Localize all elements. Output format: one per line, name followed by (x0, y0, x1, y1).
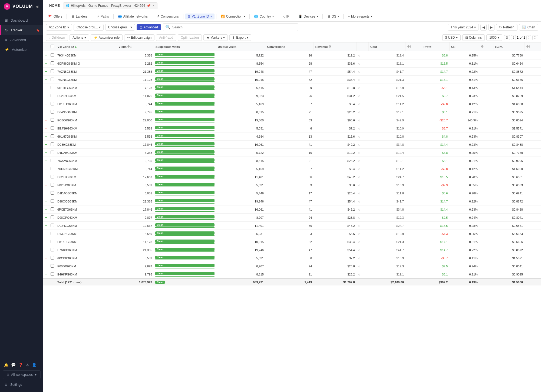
sidebar-item-dashboard[interactable]: ⊞ Dashboard (0, 15, 43, 25)
row-expand-cell[interactable]: + (43, 238, 49, 246)
row-expand-cell[interactable]: + (43, 214, 49, 222)
row-checkbox-cell[interactable] (49, 181, 56, 189)
search-input[interactable] (172, 25, 296, 29)
groupby2-select[interactable]: Choose grou... ▾ (74, 24, 104, 31)
date-prev-button[interactable]: ◀ (480, 24, 487, 31)
row-expand-cell[interactable]: + (43, 92, 49, 100)
sidebar-item-automizer[interactable]: ⚡ Automizer (0, 45, 43, 54)
col-header-ecpa[interactable]: eCPA (493, 42, 524, 51)
date-next-button[interactable]: ▶ (488, 24, 494, 31)
row-checkbox-cell[interactable] (49, 238, 56, 246)
edit-campaign-button[interactable]: ✏ Edit campaign (124, 34, 154, 41)
workspace-button[interactable]: ⊞ All workspaces ▾ (3, 370, 41, 379)
col-header-suspicious[interactable]: Suspicious visits (154, 42, 216, 51)
row-checkbox-cell[interactable] (49, 149, 56, 157)
row-checkbox[interactable] (51, 86, 54, 89)
anti-fraud-button[interactable]: Anti-fraud (156, 34, 176, 41)
markers-button[interactable]: ★ Markers ▾ (203, 34, 228, 41)
row-expand-cell[interactable]: + (43, 68, 49, 76)
page-first-button[interactable]: ⟨⟨ (504, 35, 510, 40)
sidebar-collapse-button[interactable]: ◀ (34, 4, 39, 9)
row-checkbox-cell[interactable] (49, 84, 56, 92)
row-expand-cell[interactable]: + (43, 262, 49, 270)
row-expand-cell[interactable]: - (43, 84, 49, 92)
groupby1-select[interactable]: V1: Zone ID ▾ (46, 24, 72, 31)
col-header-revenue[interactable]: Revenue ⚙ (314, 42, 357, 51)
row-checkbox[interactable] (51, 53, 54, 57)
row-checkbox[interactable] (51, 134, 54, 138)
row-checkbox[interactable] (51, 110, 54, 114)
row-checkbox[interactable] (51, 224, 54, 227)
row-expand-cell[interactable]: + (43, 270, 49, 279)
row-checkbox[interactable] (51, 191, 54, 195)
nav-paths[interactable]: ↗ Paths (94, 14, 112, 19)
row-checkbox-cell[interactable] (49, 222, 56, 230)
row-checkbox[interactable] (51, 69, 54, 73)
row-expand-cell[interactable]: + (43, 141, 49, 149)
rows-select[interactable]: 1000 ▾ (486, 34, 502, 41)
home-button[interactable]: HOME (47, 2, 62, 9)
row-checkbox[interactable] (51, 240, 54, 243)
row-checkbox-cell[interactable] (49, 246, 56, 254)
row-checkbox[interactable] (51, 61, 54, 65)
row-checkbox[interactable] (51, 215, 54, 219)
row-checkbox-cell[interactable] (49, 262, 56, 270)
usd-button[interactable]: $ USD ▾ (442, 34, 461, 41)
actions-button[interactable]: Actions ▾ (70, 34, 89, 41)
page-prev-button[interactable]: ⟨ (511, 35, 516, 40)
row-expand-cell[interactable]: + (43, 59, 49, 68)
row-checkbox[interactable] (51, 78, 54, 81)
row-checkbox-cell[interactable] (49, 116, 56, 124)
row-expand-cell[interactable]: - (43, 116, 49, 124)
row-checkbox[interactable] (51, 232, 54, 235)
row-expand-cell[interactable]: - (43, 124, 49, 132)
row-expand-cell[interactable]: + (43, 205, 49, 214)
export-button[interactable]: ⬆ Export ▾ (229, 34, 251, 41)
row-expand-cell[interactable]: + (43, 157, 49, 165)
row-expand-cell[interactable]: - (43, 100, 49, 108)
col-header-conversions[interactable]: Conversions (265, 42, 314, 51)
warning-icon[interactable]: ⚠ (26, 363, 29, 367)
main-tab[interactable]: 🌐 HilltopAds - Game France - ProxyBrowse… (63, 2, 157, 9)
row-checkbox-cell[interactable] (49, 214, 56, 222)
nav-landers[interactable]: 🖥 Landers (68, 14, 90, 19)
tab-close-button[interactable]: ✕ (152, 4, 154, 7)
user-icon[interactable]: 👤 (32, 363, 37, 367)
help-icon[interactable]: ❓ (18, 363, 23, 367)
row-expand-cell[interactable]: + (43, 222, 49, 230)
row-checkbox[interactable] (51, 94, 54, 97)
tab-pin-icon[interactable]: 📌 (147, 4, 151, 8)
row-expand-cell[interactable]: - (43, 254, 49, 262)
row-checkbox-cell[interactable] (49, 205, 56, 214)
sidebar-item-settings[interactable]: ⚙ Settings (0, 380, 43, 389)
row-checkbox-cell[interactable] (49, 141, 56, 149)
nav-more-reports[interactable]: ≡ More reports ▾ (345, 14, 375, 19)
nav-v1-zone-id[interactable]: ⊞ V1: Zone ID ▾ (185, 14, 215, 19)
chart-button[interactable]: 📊 Chart (519, 24, 538, 31)
page-last-button[interactable]: ⟩⟩ (532, 35, 538, 40)
nav-affiliate-networks[interactable]: 👥 Affiliate networks (115, 14, 151, 19)
nav-conversions[interactable]: ↺ Conversions (154, 14, 182, 19)
nav-country[interactable]: 🌐 Country ▾ (251, 14, 276, 19)
row-checkbox[interactable] (51, 272, 54, 276)
sidebar-item-tracker[interactable]: ⊙ Tracker 🔖 (0, 25, 43, 35)
sidebar-item-advanced[interactable]: ◈ Advanced (0, 35, 43, 45)
row-expand-cell[interactable]: + (43, 51, 49, 59)
col-header-cost[interactable]: Cost (368, 42, 405, 51)
groupby3-select[interactable]: Choose grou... ▾ (105, 24, 135, 31)
automizer-rule-button[interactable]: ⚡ Automizer rule (91, 34, 123, 41)
row-checkbox[interactable] (51, 199, 54, 203)
row-checkbox[interactable] (51, 256, 54, 260)
select-all-checkbox[interactable] (51, 45, 54, 48)
row-checkbox[interactable] (51, 118, 54, 122)
col-header-zone-id[interactable]: V1: Zone ID ▲ (56, 42, 117, 51)
col-header-profit[interactable]: Profit (422, 42, 449, 51)
row-checkbox-cell[interactable] (49, 59, 56, 68)
drilldown-button[interactable]: ↓ Drilldown (46, 34, 68, 41)
row-checkbox-cell[interactable] (49, 132, 56, 141)
row-checkbox-cell[interactable] (49, 157, 56, 165)
row-checkbox-cell[interactable] (49, 68, 56, 76)
row-checkbox-cell[interactable] (49, 165, 56, 173)
row-expand-cell[interactable]: + (43, 132, 49, 141)
row-checkbox[interactable] (51, 183, 54, 187)
